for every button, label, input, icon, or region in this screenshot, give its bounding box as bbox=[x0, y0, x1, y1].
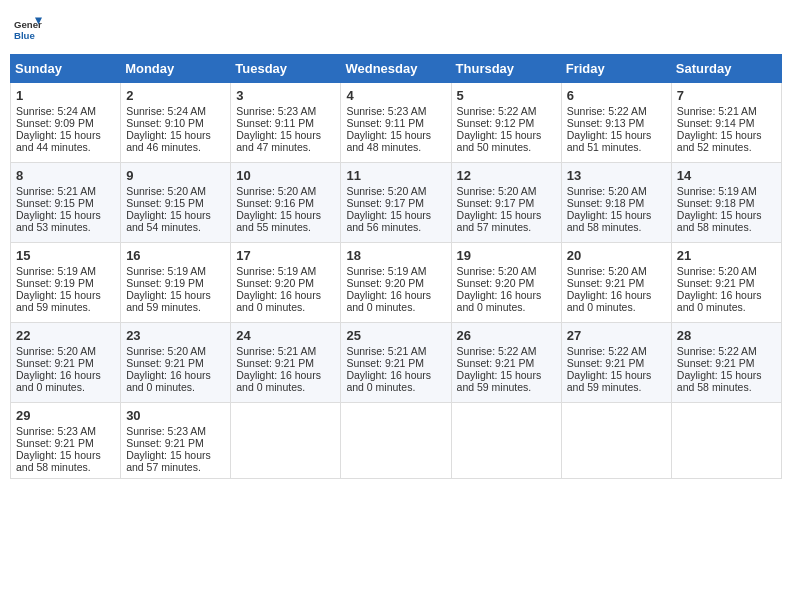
calendar-day-cell bbox=[671, 403, 781, 479]
weekday-header: Monday bbox=[121, 55, 231, 83]
calendar-day-cell: 18Sunrise: 5:19 AMSunset: 9:20 PMDayligh… bbox=[341, 243, 451, 323]
weekday-header: Wednesday bbox=[341, 55, 451, 83]
calendar-week-row: 15Sunrise: 5:19 AMSunset: 9:19 PMDayligh… bbox=[11, 243, 782, 323]
calendar-day-cell bbox=[451, 403, 561, 479]
weekday-header: Saturday bbox=[671, 55, 781, 83]
calendar-day-cell bbox=[561, 403, 671, 479]
calendar-day-cell: 28Sunrise: 5:22 AMSunset: 9:21 PMDayligh… bbox=[671, 323, 781, 403]
calendar-day-cell: 4Sunrise: 5:23 AMSunset: 9:11 PMDaylight… bbox=[341, 83, 451, 163]
weekday-header: Friday bbox=[561, 55, 671, 83]
calendar-day-cell: 24Sunrise: 5:21 AMSunset: 9:21 PMDayligh… bbox=[231, 323, 341, 403]
calendar-day-cell: 26Sunrise: 5:22 AMSunset: 9:21 PMDayligh… bbox=[451, 323, 561, 403]
calendar-day-cell: 6Sunrise: 5:22 AMSunset: 9:13 PMDaylight… bbox=[561, 83, 671, 163]
calendar-day-cell: 11Sunrise: 5:20 AMSunset: 9:17 PMDayligh… bbox=[341, 163, 451, 243]
calendar-day-cell: 3Sunrise: 5:23 AMSunset: 9:11 PMDaylight… bbox=[231, 83, 341, 163]
logo-icon: General Blue bbox=[14, 14, 42, 42]
header: General Blue bbox=[10, 10, 782, 46]
calendar-week-row: 1Sunrise: 5:24 AMSunset: 9:09 PMDaylight… bbox=[11, 83, 782, 163]
calendar-day-cell: 22Sunrise: 5:20 AMSunset: 9:21 PMDayligh… bbox=[11, 323, 121, 403]
calendar-day-cell: 17Sunrise: 5:19 AMSunset: 9:20 PMDayligh… bbox=[231, 243, 341, 323]
calendar-day-cell: 12Sunrise: 5:20 AMSunset: 9:17 PMDayligh… bbox=[451, 163, 561, 243]
calendar-day-cell: 20Sunrise: 5:20 AMSunset: 9:21 PMDayligh… bbox=[561, 243, 671, 323]
calendar-day-cell: 10Sunrise: 5:20 AMSunset: 9:16 PMDayligh… bbox=[231, 163, 341, 243]
calendar-day-cell: 7Sunrise: 5:21 AMSunset: 9:14 PMDaylight… bbox=[671, 83, 781, 163]
calendar-day-cell: 30Sunrise: 5:23 AMSunset: 9:21 PMDayligh… bbox=[121, 403, 231, 479]
calendar-table: SundayMondayTuesdayWednesdayThursdayFrid… bbox=[10, 54, 782, 479]
calendar-day-cell: 5Sunrise: 5:22 AMSunset: 9:12 PMDaylight… bbox=[451, 83, 561, 163]
calendar-day-cell: 13Sunrise: 5:20 AMSunset: 9:18 PMDayligh… bbox=[561, 163, 671, 243]
weekday-header: Thursday bbox=[451, 55, 561, 83]
calendar-week-row: 29Sunrise: 5:23 AMSunset: 9:21 PMDayligh… bbox=[11, 403, 782, 479]
calendar-day-cell: 9Sunrise: 5:20 AMSunset: 9:15 PMDaylight… bbox=[121, 163, 231, 243]
calendar-day-cell: 8Sunrise: 5:21 AMSunset: 9:15 PMDaylight… bbox=[11, 163, 121, 243]
calendar-day-cell: 19Sunrise: 5:20 AMSunset: 9:20 PMDayligh… bbox=[451, 243, 561, 323]
calendar-day-cell: 14Sunrise: 5:19 AMSunset: 9:18 PMDayligh… bbox=[671, 163, 781, 243]
calendar-day-cell bbox=[341, 403, 451, 479]
calendar-day-cell: 27Sunrise: 5:22 AMSunset: 9:21 PMDayligh… bbox=[561, 323, 671, 403]
calendar-day-cell: 21Sunrise: 5:20 AMSunset: 9:21 PMDayligh… bbox=[671, 243, 781, 323]
calendar-day-cell: 29Sunrise: 5:23 AMSunset: 9:21 PMDayligh… bbox=[11, 403, 121, 479]
calendar-day-cell: 23Sunrise: 5:20 AMSunset: 9:21 PMDayligh… bbox=[121, 323, 231, 403]
calendar-day-cell bbox=[231, 403, 341, 479]
calendar-day-cell: 1Sunrise: 5:24 AMSunset: 9:09 PMDaylight… bbox=[11, 83, 121, 163]
logo: General Blue bbox=[14, 14, 42, 42]
weekday-header: Sunday bbox=[11, 55, 121, 83]
weekday-header-row: SundayMondayTuesdayWednesdayThursdayFrid… bbox=[11, 55, 782, 83]
calendar-day-cell: 16Sunrise: 5:19 AMSunset: 9:19 PMDayligh… bbox=[121, 243, 231, 323]
weekday-header: Tuesday bbox=[231, 55, 341, 83]
calendar-day-cell: 15Sunrise: 5:19 AMSunset: 9:19 PMDayligh… bbox=[11, 243, 121, 323]
calendar-day-cell: 2Sunrise: 5:24 AMSunset: 9:10 PMDaylight… bbox=[121, 83, 231, 163]
calendar-week-row: 22Sunrise: 5:20 AMSunset: 9:21 PMDayligh… bbox=[11, 323, 782, 403]
calendar-week-row: 8Sunrise: 5:21 AMSunset: 9:15 PMDaylight… bbox=[11, 163, 782, 243]
svg-text:Blue: Blue bbox=[14, 30, 35, 41]
calendar-day-cell: 25Sunrise: 5:21 AMSunset: 9:21 PMDayligh… bbox=[341, 323, 451, 403]
